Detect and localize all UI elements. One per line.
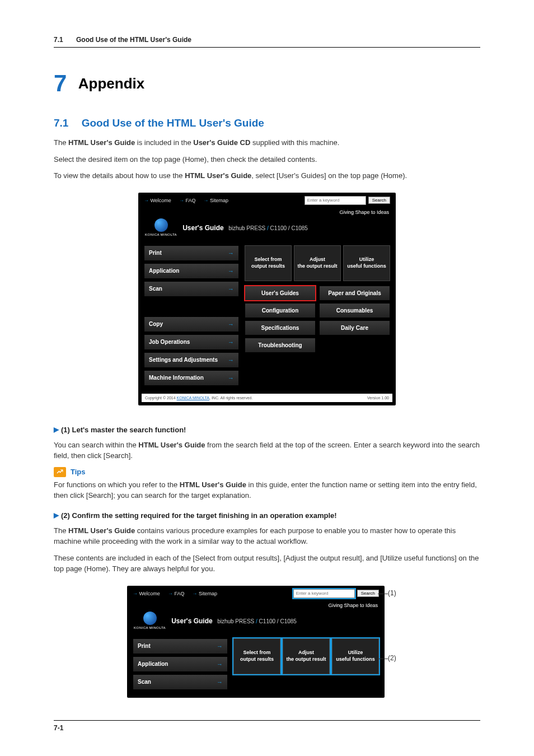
screenshot-figure-1: Welcome FAQ Sitemap Search Giving Shape … <box>54 193 480 405</box>
feature-utilize[interactable]: Utilize useful functions <box>332 638 379 674</box>
section-number: 7.1 <box>54 117 68 129</box>
tips-label: Tips <box>71 468 86 476</box>
arrow-right-icon: → <box>217 679 223 685</box>
callout-2: (2) <box>388 654 396 662</box>
side-copy[interactable]: Copy→ <box>144 316 239 332</box>
intro-paragraph-1: The HTML User's Guide is included in the… <box>54 137 480 148</box>
search-button[interactable]: Search <box>368 197 390 204</box>
tagline: Giving Shape to Ideas <box>138 208 396 215</box>
km-logo-text: KONICA MINOLTA <box>134 626 166 629</box>
btn-paper-originals[interactable]: Paper and Originals <box>319 286 390 301</box>
copyright-link[interactable]: KONICA MINOLTA <box>177 396 209 400</box>
top-links: Welcome FAQ Sitemap <box>144 198 228 203</box>
guide-subtitle: bizhub PRESS / C1100 / C1085 <box>228 225 308 231</box>
shot-body: Print→ Application→ Scan→ Select from ou… <box>127 636 385 694</box>
search-area: Search <box>305 196 390 205</box>
search-input[interactable] <box>293 589 355 598</box>
page-number: 7-1 <box>54 724 63 732</box>
shot-top-bar: Welcome FAQ Sitemap Search <box>138 193 396 208</box>
link-sitemap[interactable]: Sitemap <box>192 591 217 596</box>
sub2-paragraph-2: These contents are included in each of t… <box>54 553 480 575</box>
arrow-right-icon: → <box>228 357 234 363</box>
guide-title: User's Guide bizhub PRESS / C1100 / C108… <box>182 222 308 232</box>
feature-row: Select from output results Adjust the ou… <box>245 245 390 281</box>
callout-1: (1) <box>388 589 396 597</box>
arrow-right-icon: → <box>228 286 234 292</box>
feature-select-from[interactable]: Select from output results <box>245 245 292 281</box>
side-print[interactable]: Print→ <box>144 245 239 261</box>
link-faq[interactable]: FAQ <box>168 591 185 596</box>
globe-icon <box>143 612 157 625</box>
shot-top-bar: Welcome FAQ Sitemap Search <box>127 586 385 601</box>
arrow-right-icon: → <box>228 339 234 346</box>
logo-row: KONICA MINOLTA User's Guide bizhub PRESS… <box>138 215 396 243</box>
screenshot-figure-2: Welcome FAQ Sitemap Search Giving Shape … <box>54 586 480 698</box>
chapter-title: 7 Appendix <box>54 70 480 97</box>
link-welcome[interactable]: Welcome <box>133 591 160 596</box>
header-section-title: Good Use of the HTML User's Guide <box>76 36 191 44</box>
arrow-right-icon: → <box>228 321 234 328</box>
feature-select-from[interactable]: Select from output results <box>233 638 280 674</box>
copyright: Copyright © 2014 KONICA MINOLTA, INC. Al… <box>145 396 252 400</box>
right-area: Select from output results Adjust the ou… <box>233 638 379 690</box>
side-settings[interactable]: Settings and Adjustments→ <box>144 352 239 368</box>
btn-troubleshooting[interactable]: Troubleshooting <box>245 338 316 353</box>
side-scan[interactable]: Scan→ <box>144 281 239 297</box>
btn-consumables[interactable]: Consumables <box>319 303 390 318</box>
search-area-highlighted: Search <box>293 589 379 598</box>
sub2-heading: ▶ (2) Confirm the setting required for t… <box>54 511 480 520</box>
sub2-paragraph-1: The HTML User's Guide contains various p… <box>54 525 480 547</box>
link-sitemap[interactable]: Sitemap <box>203 198 228 203</box>
side-machine-info[interactable]: Machine Information→ <box>144 370 239 386</box>
tips-paragraph: For functions on which you refer to the … <box>54 479 480 501</box>
screenshot-2: Welcome FAQ Sitemap Search Giving Shape … <box>127 586 385 698</box>
search-input[interactable] <box>305 196 366 205</box>
arrow-right-icon: → <box>228 268 234 274</box>
tips-block: Tips <box>54 467 480 477</box>
arrow-right-icon: → <box>217 643 223 650</box>
btn-daily-care[interactable]: Daily Care <box>319 320 390 335</box>
side-column: Print→ Application→ Scan→ . Copy→ Job Op… <box>144 245 239 386</box>
tagline: Giving Shape to Ideas <box>127 601 385 608</box>
feature-row-highlighted: Select from output results Adjust the ou… <box>233 638 379 674</box>
version-label: Version 1.00 <box>367 396 389 400</box>
logo-row: KONICA MINOLTA User's Guide bizhub PRESS… <box>127 608 385 636</box>
screenshot-1: Welcome FAQ Sitemap Search Giving Shape … <box>138 193 396 405</box>
shot-footer: Copyright © 2014 KONICA MINOLTA, INC. Al… <box>142 394 392 402</box>
feature-utilize[interactable]: Utilize useful functions <box>343 245 390 281</box>
triangle-bullet-icon: ▶ <box>54 511 59 519</box>
guide-subtitle: bizhub PRESS / C1100 / C1085 <box>217 618 297 624</box>
triangle-bullet-icon: ▶ <box>54 426 59 433</box>
side-job-operations[interactable]: Job Operations→ <box>144 334 239 350</box>
side-application[interactable]: Application→ <box>144 263 239 279</box>
chapter-number: 7 <box>54 70 67 96</box>
grid-buttons: User's Guides Paper and Originals Config… <box>245 286 390 353</box>
globe-icon <box>154 218 168 232</box>
guide-title: User's Guide bizhub PRESS / C1100 / C108… <box>171 615 297 626</box>
section-title: Good Use of the HTML User's Guide <box>82 117 264 129</box>
side-print[interactable]: Print→ <box>133 638 228 654</box>
feature-adjust[interactable]: Adjust the output result <box>294 245 341 281</box>
page-footer: 7-1 <box>54 720 480 732</box>
km-logo-text: KONICA MINOLTA <box>145 233 177 236</box>
sub1-paragraph: You can search within the HTML User's Gu… <box>54 440 480 461</box>
page: 7.1 Good Use of the HTML User's Guide 7 … <box>0 0 534 756</box>
search-button[interactable]: Search <box>357 590 379 597</box>
btn-configuration[interactable]: Configuration <box>245 303 316 318</box>
running-header: 7.1 Good Use of the HTML User's Guide <box>54 36 480 48</box>
feature-adjust[interactable]: Adjust the output result <box>283 638 330 674</box>
side-application[interactable]: Application→ <box>133 656 228 672</box>
right-area: Select from output results Adjust the ou… <box>245 245 390 386</box>
btn-users-guides[interactable]: User's Guides <box>245 286 316 301</box>
side-scan[interactable]: Scan→ <box>133 674 228 690</box>
km-logo: KONICA MINOLTA <box>134 612 166 629</box>
sub1-heading: ▶ (1) Let's master the search function! <box>54 426 480 434</box>
arrow-right-icon: → <box>217 661 223 668</box>
btn-specifications[interactable]: Specifications <box>245 320 316 335</box>
link-welcome[interactable]: Welcome <box>144 198 171 203</box>
intro-paragraph-2: Select the desired item on the top page … <box>54 154 480 165</box>
tips-icon <box>54 467 66 477</box>
top-links: Welcome FAQ Sitemap <box>133 591 217 596</box>
link-faq[interactable]: FAQ <box>179 198 196 203</box>
chapter-name: Appendix <box>78 75 144 92</box>
